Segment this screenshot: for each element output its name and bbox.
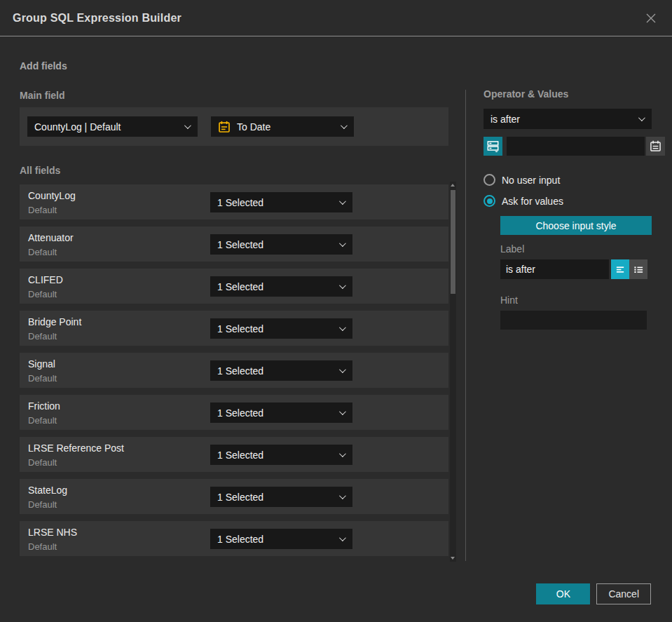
ask-for-values-radio[interactable]: Ask for values — [484, 195, 652, 207]
dialog-footer: OK Cancel — [536, 583, 651, 604]
main-field-panel: CountyLog | Default To Date — [20, 107, 448, 146]
operator-dropdown-value: is after — [491, 114, 520, 125]
row-selected-dropdown[interactable]: 1 Selected — [210, 360, 352, 381]
label-input-row — [500, 259, 652, 279]
input-mode-radios: No user input Ask for values — [484, 174, 652, 207]
list-style-toggle[interactable] — [629, 259, 647, 279]
scroll-down-arrow-icon[interactable] — [451, 557, 455, 560]
field-row-signal: Signal Default 1 Selected — [20, 353, 448, 388]
add-fields-heading: Add fields — [20, 60, 67, 72]
all-fields-heading: All fields — [20, 165, 448, 176]
field-row-countylog: CountyLog Default 1 Selected — [20, 184, 448, 219]
dialog-title: Group SQL Expression Builder — [13, 12, 181, 25]
single-value-style-toggle[interactable] — [611, 259, 629, 279]
value-input-row — [484, 137, 652, 156]
date-picker-button[interactable] — [646, 137, 665, 156]
row-selected-dropdown[interactable]: 1 Selected — [210, 192, 352, 212]
dialog-header: Group SQL Expression Builder — [0, 0, 672, 36]
chevron-down-icon — [339, 534, 346, 541]
cancel-button[interactable]: Cancel — [596, 583, 651, 604]
chevron-down-icon — [339, 324, 346, 331]
chevron-down-icon — [339, 450, 346, 457]
hint-input[interactable] — [500, 311, 647, 330]
group-sql-expression-builder-dialog: { "header": { "title": "Group SQL Expres… — [0, 0, 672, 622]
value-input[interactable] — [507, 137, 645, 156]
field-row-lrse-reference-post: LRSE Reference Post Default 1 Selected — [20, 437, 448, 472]
row-selected-dropdown[interactable]: 1 Selected — [210, 445, 352, 465]
ask-for-values-options: Choose input style Label — [500, 216, 652, 330]
main-field-dropdown[interactable]: CountyLog | Default — [27, 116, 198, 137]
field-row-friction: Friction Default 1 Selected — [20, 395, 448, 430]
align-left-icon — [615, 264, 626, 275]
all-fields-list: CountyLog Default 1 Selected Attenuator … — [20, 184, 448, 556]
row-selected-dropdown[interactable]: 1 Selected — [210, 529, 352, 549]
panel-divider — [465, 90, 466, 561]
operator-values-heading: Operator & Values — [484, 88, 652, 100]
label-input[interactable] — [500, 259, 609, 279]
row-selected-dropdown[interactable]: 1 Selected — [210, 276, 352, 297]
date-type-dropdown-value: To Date — [237, 121, 270, 133]
field-row-lrse-nhs: LRSE NHS Default 1 Selected — [20, 521, 448, 556]
chevron-down-icon — [341, 122, 348, 129]
add-fields-section: Main field CountyLog | Default To Date A… — [20, 90, 448, 563]
main-field-heading: Main field — [20, 90, 448, 101]
choose-input-style-button[interactable]: Choose input style — [500, 216, 652, 235]
scrollbar-thumb[interactable] — [451, 190, 455, 294]
label-caption: Label — [500, 243, 652, 255]
list-icon — [633, 264, 644, 275]
calendar-icon — [650, 140, 661, 152]
calendar-icon — [218, 121, 231, 133]
operator-values-panel: Operator & Values is after — [484, 88, 652, 330]
row-selected-dropdown[interactable]: 1 Selected — [210, 318, 352, 339]
main-field-dropdown-value: CountyLog | Default — [34, 121, 121, 133]
close-button[interactable] — [643, 10, 659, 27]
chevron-down-icon — [339, 240, 346, 247]
field-row-attenuator: Attenuator Default 1 Selected — [20, 227, 448, 262]
chevron-down-icon — [339, 198, 346, 205]
row-selected-dropdown[interactable]: 1 Selected — [210, 234, 352, 255]
chevron-down-icon — [339, 366, 346, 373]
chevron-down-icon — [184, 122, 191, 129]
chevron-down-icon — [339, 492, 346, 499]
values-stack-icon — [487, 140, 499, 152]
hint-caption: Hint — [500, 295, 652, 306]
scroll-up-arrow-icon[interactable] — [451, 184, 455, 187]
row-selected-dropdown[interactable]: 1 Selected — [210, 403, 352, 423]
row-selected-dropdown[interactable]: 1 Selected — [210, 487, 352, 507]
field-row-statelog: StateLog Default 1 Selected — [20, 479, 448, 514]
chevron-down-icon — [339, 408, 346, 415]
close-icon — [645, 13, 657, 24]
ok-button[interactable]: OK — [536, 583, 590, 604]
field-row-clifed: CLIFED Default 1 Selected — [20, 269, 448, 304]
operator-dropdown[interactable]: is after — [484, 109, 652, 129]
get-values-button[interactable] — [484, 137, 502, 156]
chevron-down-icon — [638, 114, 645, 121]
radio-selected-icon — [484, 195, 495, 207]
radio-unselected-icon — [484, 174, 495, 186]
chevron-down-icon — [339, 282, 346, 289]
list-scrollbar[interactable] — [450, 182, 456, 562]
date-type-dropdown[interactable]: To Date — [211, 116, 354, 137]
no-user-input-radio[interactable]: No user input — [484, 174, 652, 186]
field-row-bridge-point: Bridge Point Default 1 Selected — [20, 311, 448, 346]
